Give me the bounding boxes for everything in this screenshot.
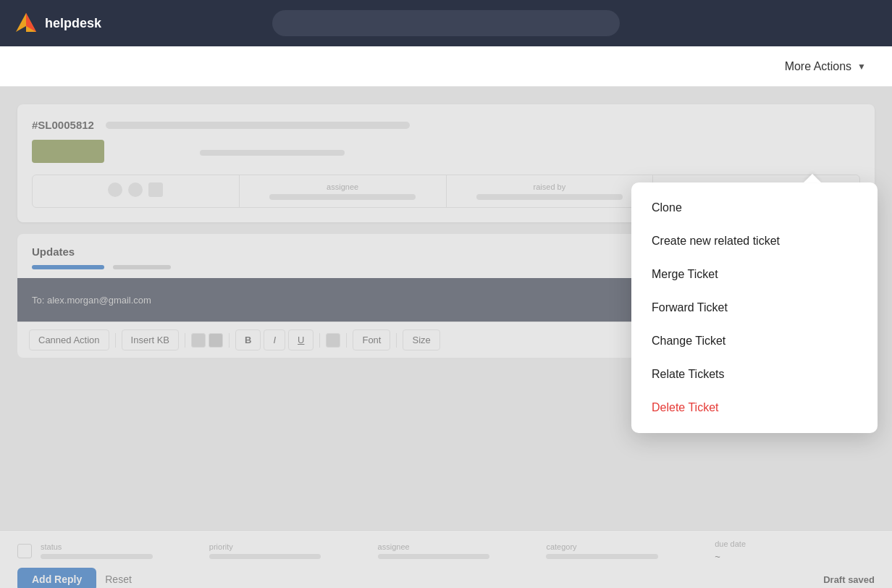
raised-by-value-placeholder (476, 194, 623, 200)
ticket-status-button[interactable] (32, 140, 104, 163)
select-checkbox[interactable] (17, 544, 32, 558)
bottom-actions: Add Reply Reset Draft saved (17, 568, 875, 588)
reset-button[interactable]: Reset (105, 574, 132, 585)
ticket-subtitle-placeholder (200, 150, 345, 156)
meta-raised-by: raised by (447, 175, 654, 207)
priority-field: priority (209, 542, 369, 559)
bottom-bar: status priority assignee category due da… (0, 530, 892, 588)
more-actions-label: More Actions (785, 60, 851, 73)
dropdown-item-merge-ticket[interactable]: Merge Ticket (631, 258, 878, 291)
ticket-header: #SL0005812 (32, 119, 860, 131)
assignee-field: assignee (378, 542, 538, 559)
logo-text: helpdesk (45, 16, 101, 31)
meta-icons-item (33, 175, 240, 207)
ticket-fields: status priority assignee category due da… (17, 539, 875, 562)
dropdown-item-change-ticket[interactable]: Change Ticket (631, 324, 878, 358)
underline-button[interactable]: U (288, 329, 314, 350)
toolbar-divider-2 (185, 333, 185, 348)
action-icon (148, 182, 163, 197)
toolbar-divider-3 (229, 333, 230, 348)
assignee-label: assignee (327, 182, 358, 191)
due-date-label: due date (715, 539, 875, 548)
font-button[interactable]: Font (353, 329, 390, 350)
status-label: status (41, 542, 201, 551)
dropdown-arrow (804, 174, 821, 182)
category-label: category (546, 542, 706, 551)
draft-saved: Draft saved (823, 574, 875, 585)
size-button[interactable]: Size (403, 329, 439, 350)
priority-value-placeholder (209, 554, 321, 559)
add-reply-button[interactable]: Add Reply (17, 568, 96, 588)
navbar: helpdesk (0, 0, 892, 46)
dropdown-item-clone[interactable]: Clone (631, 191, 878, 224)
color-picker-2[interactable] (209, 333, 223, 348)
dropdown-item-relate-tickets[interactable]: Relate Tickets (631, 358, 878, 391)
main-content: #SL0005812 assignee raised by (0, 87, 892, 588)
tab-active[interactable] (32, 265, 104, 269)
due-date-field: due date ~ (715, 539, 875, 562)
star-outline-icon (128, 182, 143, 197)
dropdown-item-forward-ticket[interactable]: Forward Ticket (631, 291, 878, 324)
header-bar: More Actions ▼ (0, 46, 892, 87)
category-value-placeholder (546, 554, 658, 559)
toolbar-divider-6 (396, 333, 397, 348)
chevron-down-icon: ▼ (857, 62, 866, 72)
italic-button[interactable]: I (264, 329, 285, 350)
bold-button[interactable]: B (235, 329, 261, 350)
meta-assignee: assignee (240, 175, 447, 207)
priority-label: priority (209, 542, 369, 551)
insert-kb-button[interactable]: Insert KB (122, 329, 179, 350)
toolbar-divider-4 (319, 333, 320, 348)
ticket-title-placeholder (106, 122, 410, 129)
color-picker-1[interactable] (191, 333, 206, 348)
assignee-label: assignee (378, 542, 538, 551)
toolbar-divider-5 (346, 333, 347, 348)
ticket-id: #SL0005812 (32, 119, 94, 131)
status-field: status (41, 542, 201, 559)
raised-by-label: raised by (534, 182, 566, 191)
logo-icon (14, 12, 38, 35)
tab-inactive[interactable] (113, 265, 171, 269)
category-field: category (546, 542, 706, 559)
dropdown-item-create-new-related-ticket[interactable]: Create new related ticket (631, 224, 878, 258)
meta-icons (108, 182, 163, 197)
search-container (272, 10, 620, 36)
more-actions-dropdown[interactable]: CloneCreate new related ticketMerge Tick… (631, 182, 878, 433)
logo: helpdesk (14, 12, 101, 35)
due-date-value: ~ (715, 551, 875, 562)
toolbar-divider-1 (115, 333, 116, 348)
color-picker-3[interactable] (326, 333, 340, 348)
star-icon (108, 182, 122, 197)
dropdown-item-delete-ticket[interactable]: Delete Ticket (631, 391, 878, 424)
more-actions-button[interactable]: More Actions ▼ (776, 54, 875, 79)
status-value-placeholder (41, 554, 153, 559)
assignee-value-placeholder (378, 554, 490, 559)
assignee-value-placeholder (269, 194, 416, 200)
search-input[interactable] (272, 10, 620, 36)
reply-to: To: alex.morgan@gmail.com (32, 295, 151, 306)
canned-action-button[interactable]: Canned Action (29, 329, 109, 350)
